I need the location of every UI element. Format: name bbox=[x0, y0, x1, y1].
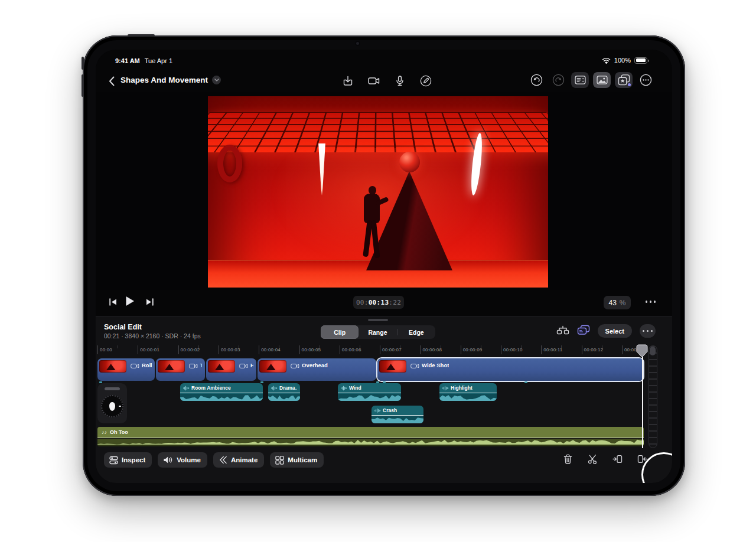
record-voiceover-button[interactable] bbox=[392, 73, 408, 89]
video-camera-icon bbox=[189, 363, 198, 369]
audio-clip-label: Room Ambience bbox=[191, 385, 231, 391]
skip-forward-button[interactable] bbox=[145, 298, 154, 308]
timecode-display[interactable]: 00:00:13:22 bbox=[353, 296, 404, 309]
back-button[interactable] bbox=[105, 74, 118, 88]
ipad-device: 9:41 AM Tue Apr 1 100% Shapes And Moveme… bbox=[83, 35, 685, 496]
project-title[interactable]: Shapes And Movement bbox=[120, 76, 221, 84]
edit-actions bbox=[561, 452, 649, 465]
clip-thumbnail bbox=[259, 360, 286, 373]
jog-handle[interactable] bbox=[105, 387, 120, 390]
more-button[interactable] bbox=[637, 72, 654, 88]
delete-button[interactable] bbox=[561, 452, 574, 465]
connection-marker bbox=[260, 381, 263, 383]
audio-clip-room-ambience[interactable]: Room Ambience bbox=[180, 383, 263, 401]
volume-button[interactable]: Volume bbox=[158, 452, 207, 468]
timecode-frames: :22 bbox=[389, 299, 401, 306]
audio-clip-drama[interactable]: Drama… bbox=[268, 383, 300, 401]
battery-percent: 100% bbox=[614, 57, 631, 64]
viewer bbox=[96, 92, 672, 290]
music-clip-label: Oh Too bbox=[110, 429, 128, 435]
multicam-button[interactable]: Multicam bbox=[270, 452, 324, 468]
video-clip-wide-shot[interactable]: Wide Shot bbox=[377, 358, 643, 381]
timeline-panel: Social Edit 00:21 · 3840 × 2160 · SDR · … bbox=[96, 316, 672, 483]
inspect-label: Inspect bbox=[122, 456, 145, 463]
video-camera-icon bbox=[368, 77, 380, 85]
animate-button[interactable]: Animate bbox=[213, 452, 264, 468]
chevron-down-icon bbox=[212, 76, 221, 84]
inspect-icon bbox=[109, 456, 118, 465]
undo-button[interactable] bbox=[527, 72, 545, 88]
timeline-scroll-strip[interactable] bbox=[649, 345, 657, 448]
audio-clip-crash[interactable]: Crash bbox=[372, 406, 423, 423]
video-preview[interactable] bbox=[208, 96, 548, 288]
waveform-icon bbox=[183, 386, 189, 391]
clip-label: Tilt Up bbox=[200, 362, 202, 368]
microphone-icon bbox=[396, 76, 404, 86]
volume-down-button bbox=[82, 74, 84, 97]
video-clip-rolling-ball[interactable]: Rolling Ball bbox=[97, 358, 155, 381]
audio-clip-highlight[interactable]: Highlight bbox=[439, 383, 497, 401]
connection-marker bbox=[524, 381, 527, 383]
insert-icon bbox=[612, 455, 623, 463]
video-clip-hands[interactable]: Hands bbox=[206, 358, 256, 381]
wifi-icon bbox=[602, 57, 611, 64]
connection-marker bbox=[99, 381, 102, 383]
pencil-tools-button[interactable] bbox=[418, 73, 434, 89]
apple-pencil-icon bbox=[420, 75, 432, 87]
zoom-value: 43 bbox=[608, 299, 616, 307]
photos-icon bbox=[597, 76, 608, 84]
multicam-label: Multicam bbox=[288, 456, 317, 463]
project-title-label: Shapes And Movement bbox=[120, 76, 208, 84]
video-ceiling-lights bbox=[208, 112, 548, 152]
video-camera-icon bbox=[291, 363, 299, 369]
audio-clip-label: Highlight bbox=[451, 385, 472, 391]
viewer-zoom-control[interactable]: 43% bbox=[604, 296, 631, 309]
redo-button[interactable] bbox=[549, 72, 567, 88]
media-browser-button[interactable] bbox=[593, 72, 611, 88]
audio-waveform bbox=[338, 394, 401, 401]
app-toolbar: Shapes And Movement bbox=[96, 71, 672, 92]
scissors-icon bbox=[588, 454, 598, 464]
video-sphere bbox=[399, 152, 420, 172]
viewer-more-button[interactable] bbox=[646, 301, 656, 303]
inspect-button[interactable]: Inspect bbox=[104, 452, 152, 468]
effects-browser-button[interactable] bbox=[615, 72, 633, 88]
top-button bbox=[128, 34, 155, 37]
jog-wheel[interactable] bbox=[97, 383, 127, 423]
battery-icon bbox=[634, 57, 647, 64]
import-button[interactable] bbox=[340, 73, 356, 89]
bottom-toolbar: Inspect Volume Animate Multicam bbox=[104, 452, 324, 468]
clip-thumbnail bbox=[158, 360, 185, 373]
insert-button[interactable] bbox=[611, 452, 624, 465]
play-button[interactable] bbox=[125, 296, 135, 309]
timecode-main: 00:13 bbox=[369, 299, 389, 306]
playhead[interactable] bbox=[636, 344, 648, 358]
skip-back-button[interactable] bbox=[109, 298, 118, 308]
multicam-icon bbox=[275, 456, 284, 465]
date: Tue Apr 1 bbox=[145, 57, 172, 64]
jog-pointer bbox=[109, 402, 115, 411]
waveform-icon bbox=[341, 386, 347, 391]
music-clip[interactable]: ♪♪ Oh Too bbox=[97, 427, 644, 446]
editor-tools bbox=[527, 72, 654, 88]
split-button[interactable] bbox=[586, 452, 599, 465]
volume-label: Volume bbox=[177, 456, 201, 463]
clip-thumbnail bbox=[208, 360, 235, 373]
redo-icon bbox=[552, 74, 565, 86]
video-camera-icon bbox=[239, 363, 248, 369]
clip-label: Rolling Ball bbox=[142, 362, 152, 368]
status-bar-right: 100% bbox=[602, 57, 647, 64]
jog-dial[interactable] bbox=[101, 395, 123, 417]
clip-thumbnail bbox=[99, 360, 126, 373]
video-clip-overhead[interactable]: Overhead bbox=[258, 358, 376, 381]
video-clip-tilt-up[interactable]: Tilt Up bbox=[156, 358, 205, 381]
video-camera-icon bbox=[410, 363, 419, 369]
scroll-thumb[interactable] bbox=[650, 347, 656, 355]
video-camera-icon bbox=[131, 363, 139, 369]
timecode-hours: 00: bbox=[356, 299, 369, 306]
record-video-button[interactable] bbox=[366, 73, 382, 89]
clip-thumbnail bbox=[379, 360, 406, 373]
audio-waveform bbox=[180, 394, 263, 401]
audio-clip-wind[interactable]: Wind bbox=[338, 383, 401, 401]
browser-button[interactable] bbox=[571, 72, 589, 88]
